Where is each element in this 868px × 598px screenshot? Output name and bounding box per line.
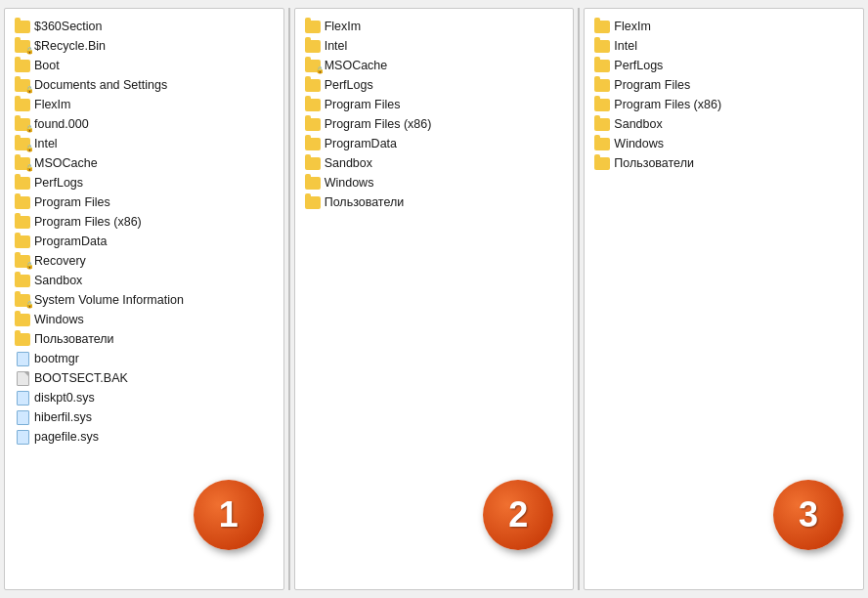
item-label: bootmgr (34, 350, 79, 367)
locked-folder-icon (305, 58, 321, 73)
file-item[interactable]: pagefile.sys (9, 427, 280, 447)
item-label: PerfLogs (34, 174, 83, 192)
item-label: FlexIm (614, 18, 651, 35)
folder-item[interactable]: Пользователи (299, 192, 570, 212)
file-item[interactable]: hiberfil.sys (9, 407, 280, 427)
panel-divider (578, 8, 580, 590)
file-item[interactable]: BOOTSECT.BAK (9, 368, 280, 388)
item-label: Sandbox (34, 272, 82, 289)
folder-icon (305, 116, 321, 132)
panel-1-badge: 1 (194, 480, 264, 550)
folder-item[interactable]: Program Files (299, 95, 570, 114)
folder-item[interactable]: Boot (9, 56, 280, 75)
folder-item[interactable]: PerfLogs (299, 75, 570, 95)
folder-icon (15, 175, 30, 191)
panel-divider (288, 8, 290, 590)
file-item[interactable]: bootmgr (9, 349, 280, 368)
folder-icon (594, 155, 610, 171)
folder-icon (15, 19, 30, 34)
folder-icon (594, 38, 610, 54)
locked-folder-icon (15, 253, 30, 269)
locked-folder-icon (15, 77, 30, 93)
item-label: Recovery (34, 252, 86, 270)
item-label: PerfLogs (325, 76, 373, 94)
item-label: Пользователи (325, 193, 405, 211)
folder-item[interactable]: Program Files (588, 75, 859, 95)
folder-item[interactable]: Пользователи (9, 329, 280, 349)
item-label: hiberfil.sys (34, 408, 92, 426)
item-label: pagefile.sys (34, 428, 99, 446)
file-item[interactable]: diskpt0.sys (9, 388, 280, 407)
folder-icon (305, 136, 321, 151)
folder-item[interactable]: MSOCache (9, 153, 280, 173)
folder-icon (15, 234, 30, 249)
item-label: Пользователи (614, 154, 694, 172)
folder-item[interactable]: FlexIm (588, 17, 859, 36)
item-label: BOOTSECT.BAK (34, 369, 128, 387)
folder-icon (594, 97, 610, 112)
folder-item[interactable]: Program Files (x86) (299, 114, 570, 134)
folder-icon (305, 19, 321, 34)
item-label: Intel (34, 135, 58, 152)
folder-item[interactable]: FlexIm (299, 17, 570, 36)
folder-item[interactable]: Program Files (x86) (9, 212, 280, 232)
folder-item[interactable]: Documents and Settings (9, 75, 280, 95)
item-label: ProgramData (34, 233, 107, 250)
item-label: ProgramData (325, 135, 397, 152)
item-label: Program Files (x86) (614, 96, 721, 113)
panel-2-badge: 2 (483, 480, 553, 550)
folder-item[interactable]: found.000 (9, 114, 280, 134)
folder-icon (15, 312, 30, 327)
item-label: Documents and Settings (34, 76, 167, 94)
folder-item[interactable]: Program Files (9, 192, 280, 212)
locked-folder-icon (15, 292, 30, 308)
folder-item[interactable]: Sandbox (299, 153, 570, 173)
folder-item[interactable]: Intel (9, 134, 280, 153)
folder-item[interactable]: Sandbox (588, 114, 859, 134)
folder-icon (305, 77, 321, 93)
item-label: Program Files (x86) (34, 213, 142, 231)
folder-item[interactable]: Windows (9, 310, 280, 329)
folder-item[interactable]: Windows (299, 173, 570, 192)
item-label: Windows (34, 311, 84, 328)
folder-icon (594, 116, 610, 132)
item-label: System Volume Information (34, 291, 184, 309)
locked-folder-icon (15, 136, 30, 151)
folder-item[interactable]: $360Section (9, 17, 280, 36)
item-label: FlexIm (34, 96, 71, 113)
locked-folder-icon (15, 116, 30, 132)
folder-icon (305, 155, 321, 171)
folder-item[interactable]: Program Files (x86) (588, 95, 859, 114)
folder-icon (15, 97, 30, 112)
folder-item[interactable]: PerfLogs (588, 56, 859, 75)
folder-item[interactable]: Sandbox (9, 271, 280, 290)
sys-file-icon (15, 351, 30, 366)
panel-2: FlexImIntelMSOCachePerfLogsProgram Files… (294, 8, 575, 590)
sys-file-icon (15, 409, 30, 425)
folder-item[interactable]: System Volume Information (9, 290, 280, 310)
folder-item[interactable]: ProgramData (299, 134, 570, 153)
item-label: diskpt0.sys (34, 389, 95, 406)
folder-icon (594, 136, 610, 151)
folder-item[interactable]: $Recycle.Bin (9, 36, 280, 56)
item-label: Sandbox (614, 115, 662, 133)
folder-item[interactable]: Пользователи (588, 153, 859, 173)
item-label: Program Files (x86) (325, 115, 432, 133)
folder-item[interactable]: MSOCache (299, 56, 570, 75)
folder-icon (305, 194, 321, 210)
folder-item[interactable]: Intel (588, 36, 859, 56)
item-label: found.000 (34, 115, 89, 133)
folder-item[interactable]: Windows (588, 134, 859, 153)
folder-item[interactable]: ProgramData (9, 232, 280, 251)
folder-icon (305, 175, 321, 191)
folder-item[interactable]: FlexIm (9, 95, 280, 114)
panel-3-badge: 3 (773, 480, 844, 550)
item-label: Windows (614, 135, 664, 152)
folder-item[interactable]: Intel (299, 36, 570, 56)
folder-item[interactable]: Recovery (9, 251, 280, 271)
item-label: Intel (325, 37, 348, 55)
item-label: Windows (325, 174, 374, 192)
item-label: Boot (34, 57, 60, 74)
folder-icon (15, 194, 30, 210)
folder-item[interactable]: PerfLogs (9, 173, 280, 192)
